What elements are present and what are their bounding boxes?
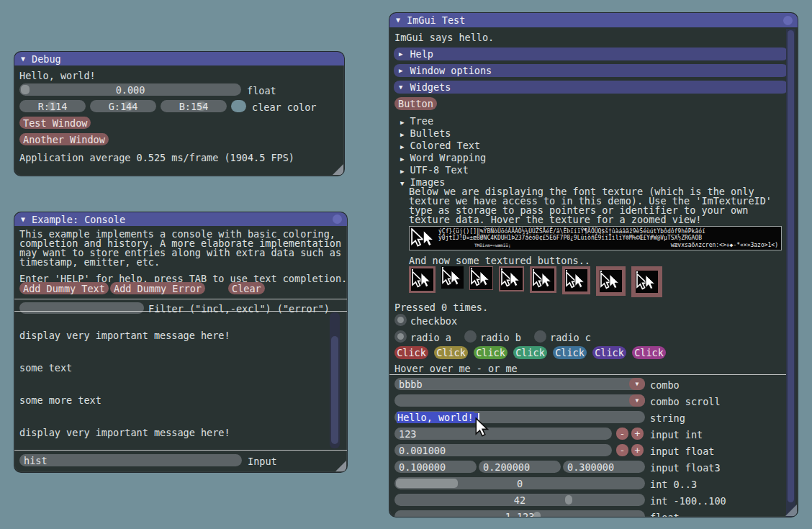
combo-arrow-icon[interactable]: ▼ bbox=[629, 378, 645, 390]
image-button-6[interactable] bbox=[562, 266, 590, 294]
cursor-solid-icon bbox=[510, 271, 520, 287]
input-int-field[interactable]: 123 bbox=[394, 428, 612, 440]
open-arrow-icon: ▼ bbox=[400, 180, 404, 187]
closed-arrow-icon: ▶ bbox=[399, 68, 402, 74]
slider-int-100[interactable]: 42 bbox=[394, 494, 645, 506]
increment-button[interactable]: + bbox=[631, 444, 644, 456]
decrement-button[interactable]: - bbox=[616, 428, 628, 440]
add-dummy-text-button[interactable]: Add Dummy Text bbox=[19, 282, 109, 294]
resize-grip[interactable] bbox=[333, 164, 343, 175]
add-dummy-error-button[interactable]: Add Dummy Error bbox=[110, 282, 205, 294]
combo-box[interactable]: bbbb ▼ bbox=[394, 378, 645, 390]
close-icon[interactable] bbox=[783, 16, 793, 25]
window-title: Example: Console bbox=[32, 214, 125, 225]
radio-c[interactable] bbox=[534, 330, 546, 343]
console-command-input[interactable]: hist bbox=[19, 454, 242, 466]
debug-titlebar[interactable]: ▼ Debug bbox=[14, 52, 344, 65]
image-button-8[interactable] bbox=[631, 266, 662, 297]
closed-arrow-icon: ▶ bbox=[400, 143, 404, 150]
combo-arrow-icon[interactable]: ▼ bbox=[629, 394, 645, 407]
console-intro-text: This example implements a console with b… bbox=[19, 230, 341, 267]
imgui-titlebar[interactable]: ▼ ImGui Test bbox=[389, 13, 798, 27]
tree-node-word-wrapping[interactable]: ▶ Word Wrapping bbox=[400, 152, 486, 163]
another-window-button[interactable]: Another Window bbox=[19, 133, 109, 145]
filter-input[interactable] bbox=[19, 302, 144, 314]
hover-over-me-text[interactable]: Hover over me - or me bbox=[394, 363, 518, 374]
closed-arrow-icon: ▶ bbox=[400, 119, 404, 126]
float3-z-value: 0.300000 bbox=[567, 461, 614, 473]
slider-value: 42 bbox=[394, 494, 645, 506]
radio-b[interactable] bbox=[464, 330, 477, 343]
mouse-cursor-icon bbox=[475, 417, 489, 437]
slider-float[interactable]: 1.123 bbox=[394, 510, 645, 517]
texture-glyph-row: ÿ0jtIJ!Ð¤±œ8ØNC4KDUH1Þ237âëö0¢£5E6F7P8¿9… bbox=[438, 235, 702, 241]
header-help[interactable]: ▶ Help bbox=[394, 48, 788, 60]
input-float-field[interactable]: 0.001000 bbox=[394, 444, 612, 456]
scrollbar-thumb[interactable] bbox=[788, 30, 794, 502]
decrement-button[interactable]: - bbox=[616, 444, 628, 456]
image-button-3[interactable] bbox=[469, 266, 493, 290]
resize-grip[interactable] bbox=[335, 461, 346, 471]
tree-node-utf8-text[interactable]: ▶ UTF-8 Text bbox=[400, 164, 469, 176]
combo-scroll-box[interactable]: ▼ bbox=[394, 394, 645, 407]
scrollbar-thumb[interactable] bbox=[331, 336, 338, 444]
tree-node-bullets[interactable]: ▶ Bullets bbox=[400, 127, 451, 139]
button-widget[interactable]: Button bbox=[394, 97, 437, 110]
collapse-arrow-icon[interactable]: ▼ bbox=[21, 216, 25, 223]
green-drag[interactable]: G:144 bbox=[90, 100, 156, 112]
click-button-7[interactable]: Click bbox=[632, 346, 666, 359]
close-icon[interactable] bbox=[333, 214, 342, 224]
image-button-2[interactable] bbox=[441, 266, 464, 289]
imgui-test-window[interactable]: ▼ ImGui Test ImGui says hello. ▶ Help ▶ … bbox=[389, 13, 798, 517]
closed-arrow-icon: ▶ bbox=[400, 131, 404, 138]
image-button-4[interactable] bbox=[499, 266, 524, 291]
collapse-arrow-icon[interactable]: ▼ bbox=[21, 55, 25, 63]
red-value: R:114 bbox=[19, 101, 86, 112]
image-button-7[interactable] bbox=[596, 266, 626, 296]
click-button-3[interactable]: Click bbox=[474, 346, 508, 359]
input-float3-y[interactable]: 0.200000 bbox=[479, 461, 561, 473]
window-title: ImGui Test bbox=[407, 14, 465, 26]
input-int-label: input int bbox=[650, 429, 703, 440]
console-window[interactable]: ▼ Example: Console This example implemen… bbox=[14, 212, 347, 472]
scrollbar-track[interactable] bbox=[786, 29, 795, 517]
radio-a[interactable] bbox=[394, 330, 407, 343]
increment-button[interactable]: + bbox=[631, 428, 644, 440]
click-button-6[interactable]: Click bbox=[592, 346, 626, 359]
collapse-arrow-icon[interactable]: ▼ bbox=[396, 17, 400, 24]
header-window-options[interactable]: ▶ Window options bbox=[394, 64, 788, 77]
texture-glyph-row: ýÇf}{üj()[]‖%ÝBÑòÛöóÃÄÀÒ½¼ÙÚŽŠÅéÊ/â\ÈÞïí… bbox=[438, 228, 705, 235]
console-titlebar[interactable]: ▼ Example: Console bbox=[14, 212, 347, 226]
red-drag[interactable]: R:114 bbox=[19, 100, 86, 112]
pressed-times-text: Pressed 0 times. bbox=[394, 302, 488, 313]
checkbox[interactable] bbox=[394, 314, 407, 326]
tree-label: UTF-8 Text bbox=[410, 164, 469, 176]
tree-node-colored-text[interactable]: ▶ Colored Text bbox=[400, 140, 480, 151]
click-button-1[interactable]: Click bbox=[394, 346, 428, 359]
input-float3-z[interactable]: 0.300000 bbox=[563, 461, 645, 473]
resize-grip[interactable] bbox=[785, 505, 797, 516]
float3-x-value: 0.100000 bbox=[399, 461, 446, 473]
click-button-5[interactable]: Click bbox=[553, 346, 587, 359]
image-button-5[interactable] bbox=[530, 266, 556, 293]
clear-color-swatch[interactable] bbox=[231, 100, 246, 112]
click-button-2[interactable]: Click bbox=[434, 346, 468, 359]
console-log[interactable]: display very important message here! som… bbox=[19, 313, 328, 446]
input-float3-x[interactable]: 0.100000 bbox=[394, 461, 477, 473]
font-texture-image[interactable]: ýÇf}{üj()[]‖%ÝBÑòÛöóÃÄÀÒ½¼ÙÚŽŠÅéÊ/â\ÈÞïí… bbox=[409, 226, 782, 250]
string-input[interactable]: Hello, world! bbox=[394, 411, 645, 423]
float-slider[interactable]: 0.000 bbox=[19, 83, 241, 96]
click-button-4[interactable]: Click bbox=[513, 346, 547, 359]
clear-button[interactable]: Clear bbox=[228, 282, 265, 294]
combo-label: combo bbox=[650, 379, 680, 391]
blue-drag[interactable]: B:154 bbox=[161, 100, 227, 112]
tree-node-tree[interactable]: ▶ Tree bbox=[400, 115, 433, 127]
header-widgets[interactable]: ▼ Widgets bbox=[394, 81, 788, 94]
slider-value: 1.123 bbox=[394, 511, 645, 517]
scrollbar-track[interactable] bbox=[330, 312, 340, 448]
debug-window[interactable]: ▼ Debug Hello, world! 0.000 float R:114 … bbox=[14, 52, 344, 176]
image-button-1[interactable] bbox=[409, 266, 436, 293]
slider-float-label: float bbox=[650, 512, 680, 517]
test-window-button[interactable]: Test Window bbox=[19, 117, 91, 129]
slider-int-0-3[interactable]: 0 bbox=[394, 477, 645, 489]
